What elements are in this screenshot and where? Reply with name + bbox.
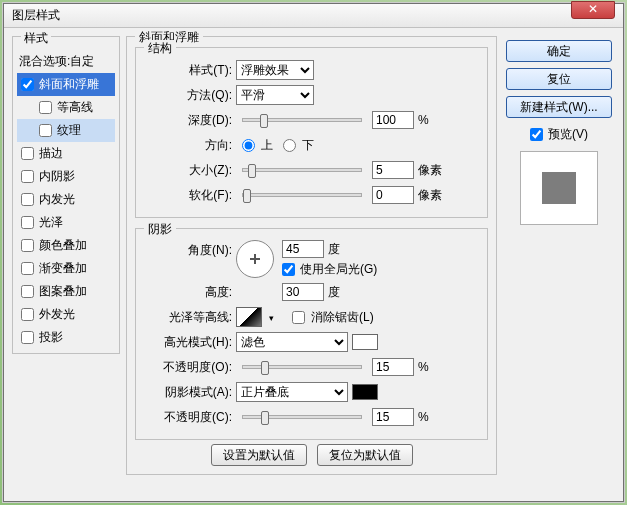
global-light-label: 使用全局光(G): [300, 261, 377, 278]
gloss-contour-picker[interactable]: [236, 307, 262, 327]
style-item-label-0: 斜面和浮雕: [39, 76, 99, 93]
style-item-2[interactable]: 纹理: [17, 119, 115, 142]
shadow-mode-select[interactable]: 正片叠底: [236, 382, 348, 402]
angle-input[interactable]: [282, 240, 324, 258]
angle-dial[interactable]: [236, 240, 274, 278]
depth-slider[interactable]: [242, 118, 362, 122]
dir-down-radio[interactable]: [283, 139, 296, 152]
style-item-8[interactable]: 渐变叠加: [17, 257, 115, 280]
style-item-checkbox-4[interactable]: [21, 170, 34, 183]
styles-header: 样式: [21, 30, 51, 47]
style-item-10[interactable]: 外发光: [17, 303, 115, 326]
shading-group: 阴影 角度(N): 度 使用全局光(G): [135, 228, 488, 440]
shadow-mode-label: 阴影模式(A):: [144, 384, 232, 401]
altitude-input[interactable]: [282, 283, 324, 301]
depth-label: 深度(D):: [144, 112, 232, 129]
style-item-1[interactable]: 等高线: [17, 96, 115, 119]
preview-label: 预览(V): [548, 126, 588, 143]
style-item-label-10: 外发光: [39, 306, 75, 323]
method-select[interactable]: 平滑: [236, 85, 314, 105]
style-select[interactable]: 浮雕效果: [236, 60, 314, 80]
altitude-label: 高度:: [144, 284, 232, 301]
angle-unit: 度: [328, 241, 340, 258]
style-item-label-2: 纹理: [57, 122, 81, 139]
style-item-4[interactable]: 内阴影: [17, 165, 115, 188]
altitude-unit: 度: [328, 284, 340, 301]
style-item-label-3: 描边: [39, 145, 63, 162]
shadow-op-label: 不透明度(C):: [144, 409, 232, 426]
style-item-label-1: 等高线: [57, 99, 93, 116]
style-item-label-4: 内阴影: [39, 168, 75, 185]
style-item-label-5: 内发光: [39, 191, 75, 208]
angle-label: 角度(N):: [144, 240, 232, 259]
ok-button[interactable]: 确定: [506, 40, 612, 62]
cancel-button[interactable]: 复位: [506, 68, 612, 90]
preview-box: [520, 151, 598, 225]
depth-input[interactable]: [372, 111, 414, 129]
make-default-button[interactable]: 设置为默认值: [211, 444, 307, 466]
layer-style-dialog: 图层样式 ✕ 样式 混合选项:自定斜面和浮雕等高线纹理描边内阴影内发光光泽颜色叠…: [3, 3, 624, 502]
style-item-checkbox-10[interactable]: [21, 308, 34, 321]
shadow-op-input[interactable]: [372, 408, 414, 426]
soft-label: 软化(F):: [144, 187, 232, 204]
hilite-color-swatch[interactable]: [352, 334, 378, 350]
shading-legend: 阴影: [144, 221, 176, 238]
shadow-op-unit: %: [418, 410, 446, 424]
new-style-button[interactable]: 新建样式(W)...: [506, 96, 612, 118]
style-item-checkbox-1[interactable]: [39, 101, 52, 114]
size-label: 大小(Z):: [144, 162, 232, 179]
hilite-mode-label: 高光模式(H):: [144, 334, 232, 351]
style-item-checkbox-7[interactable]: [21, 239, 34, 252]
style-item-11[interactable]: 投影: [17, 326, 115, 349]
style-item-5[interactable]: 内发光: [17, 188, 115, 211]
blend-options-item[interactable]: 混合选项:自定: [17, 50, 115, 73]
style-item-6[interactable]: 光泽: [17, 211, 115, 234]
hilite-mode-select[interactable]: 滤色: [236, 332, 348, 352]
antialias-label: 消除锯齿(L): [311, 309, 374, 326]
style-item-checkbox-0[interactable]: [21, 78, 34, 91]
style-item-label-6: 光泽: [39, 214, 63, 231]
global-light-checkbox[interactable]: [282, 263, 295, 276]
preview-checkbox[interactable]: [530, 128, 543, 141]
style-item-label-7: 颜色叠加: [39, 237, 87, 254]
styles-panel: 样式 混合选项:自定斜面和浮雕等高线纹理描边内阴影内发光光泽颜色叠加渐变叠加图案…: [12, 36, 120, 493]
style-item-label-9: 图案叠加: [39, 283, 87, 300]
bevel-group: 斜面和浮雕 结构 样式(T): 浮雕效果 方法(Q): 平滑 深度(D):: [126, 36, 497, 475]
style-item-checkbox-11[interactable]: [21, 331, 34, 344]
style-item-checkbox-5[interactable]: [21, 193, 34, 206]
shadow-op-slider[interactable]: [242, 415, 362, 419]
soft-input[interactable]: [372, 186, 414, 204]
close-button[interactable]: ✕: [571, 1, 615, 19]
method-label: 方法(Q):: [144, 87, 232, 104]
style-item-checkbox-8[interactable]: [21, 262, 34, 275]
style-item-label-11: 投影: [39, 329, 63, 346]
style-item-7[interactable]: 颜色叠加: [17, 234, 115, 257]
style-item-checkbox-9[interactable]: [21, 285, 34, 298]
dir-up-radio[interactable]: [242, 139, 255, 152]
hilite-op-slider[interactable]: [242, 365, 362, 369]
gloss-dropdown-icon[interactable]: [266, 310, 274, 324]
style-item-9[interactable]: 图案叠加: [17, 280, 115, 303]
titlebar: 图层样式 ✕: [4, 4, 623, 28]
style-item-0[interactable]: 斜面和浮雕: [17, 73, 115, 96]
hilite-op-input[interactable]: [372, 358, 414, 376]
style-item-checkbox-6[interactable]: [21, 216, 34, 229]
gloss-label: 光泽等高线:: [144, 309, 232, 326]
soft-slider[interactable]: [242, 193, 362, 197]
soft-unit: 像素: [418, 187, 446, 204]
style-item-label-8: 渐变叠加: [39, 260, 87, 277]
window-title: 图层样式: [12, 7, 60, 24]
antialias-checkbox[interactable]: [292, 311, 305, 324]
style-item-3[interactable]: 描边: [17, 142, 115, 165]
style-item-checkbox-2[interactable]: [39, 124, 52, 137]
structure-group: 结构 样式(T): 浮雕效果 方法(Q): 平滑 深度(D): %: [135, 47, 488, 218]
hilite-op-unit: %: [418, 360, 446, 374]
structure-legend: 结构: [144, 40, 176, 57]
style-item-checkbox-3[interactable]: [21, 147, 34, 160]
shadow-color-swatch[interactable]: [352, 384, 378, 400]
reset-default-button[interactable]: 复位为默认值: [317, 444, 413, 466]
style-label: 样式(T):: [144, 62, 232, 79]
size-input[interactable]: [372, 161, 414, 179]
size-slider[interactable]: [242, 168, 362, 172]
action-panel: 确定 复位 新建样式(W)... 预览(V): [503, 36, 615, 493]
